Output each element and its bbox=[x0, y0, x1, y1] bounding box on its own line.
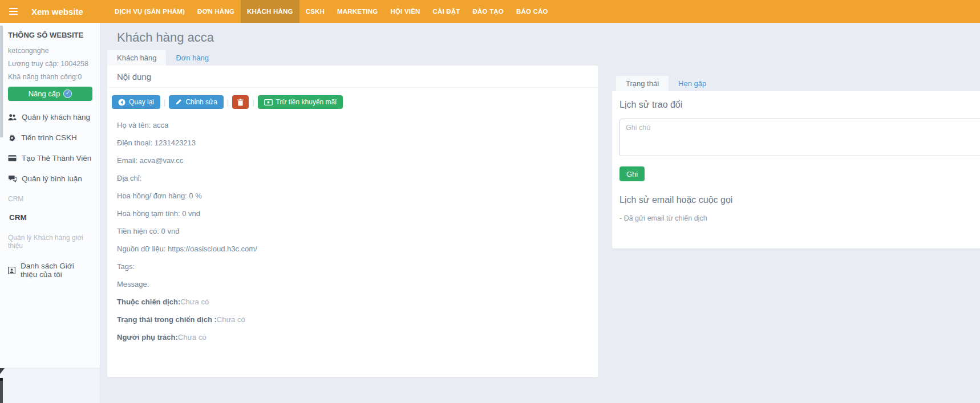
content-panel: Nội dung Quay lại | bbox=[107, 66, 598, 377]
main-nav: DỊCH VỤ (SẢN PHẨM) ĐƠN HÀNG KHÁCH HÀNG C… bbox=[108, 0, 554, 23]
sidebar-item-label: Tạo Thẻ Thành Viên bbox=[22, 154, 91, 162]
sidebar-card: THÔNG SỐ WEBSITE ketcongnghe Lượng truy … bbox=[0, 23, 100, 368]
id-card-icon bbox=[8, 267, 15, 274]
sidebar-item-label: Quản lý khách hàng bbox=[22, 113, 90, 121]
panel-title: Nội dung bbox=[107, 66, 598, 88]
field-message: Message: bbox=[117, 280, 593, 288]
upgrade-button[interactable]: Nâng cấp ✓ bbox=[8, 87, 92, 101]
field-nguoi-phu-trach: Người phụ trách:Chưa có bbox=[117, 333, 593, 341]
card-icon bbox=[8, 154, 17, 162]
sidebar: THÔNG SỐ WEBSITE ketcongnghe Lượng truy … bbox=[0, 23, 100, 403]
screen: Xem website DỊCH VỤ (SẢN PHẨM) ĐƠN HÀNG … bbox=[0, 0, 980, 403]
nav-item-bao-cao[interactable]: BÁO CÁO bbox=[510, 0, 554, 23]
sidebar-item-label: Tiến trình CSKH bbox=[21, 133, 77, 142]
banknote-icon bbox=[264, 99, 273, 105]
back-button[interactable]: Quay lại bbox=[112, 95, 160, 109]
customer-fields: Họ và tên: acca Điện thoại: 1231423213 E… bbox=[117, 121, 593, 341]
comments-icon bbox=[8, 175, 17, 182]
nav-item-khach-hang[interactable]: KHÁCH HÀNG bbox=[241, 0, 299, 23]
tab-don-hang[interactable]: Đơn hàng bbox=[166, 50, 218, 66]
field-thuoc-chien-dich: Thuộc chiến dịch:Chưa có bbox=[117, 298, 593, 306]
delete-button[interactable] bbox=[232, 95, 249, 109]
sidebar-item-label: Danh sách Giới thiệu của tôi bbox=[21, 262, 92, 279]
nav-item-dao-tao[interactable]: ĐÀO TẠO bbox=[467, 0, 510, 23]
status-panel: Trạng thái Hẹn gặp Lịch sử trao đổi Ghi … bbox=[612, 76, 980, 249]
sidebar-item-crm[interactable]: CRM bbox=[9, 213, 92, 222]
note-input[interactable] bbox=[619, 119, 980, 156]
sidebar-item-quan-ly-khach-hang[interactable]: Quản lý khách hàng bbox=[8, 113, 92, 121]
hamburger-menu-icon[interactable] bbox=[9, 8, 18, 15]
main-content: Khách hàng acca Khách hàng Đơn hàng Nội … bbox=[100, 23, 598, 377]
cursor-artifact bbox=[0, 368, 5, 374]
sidebar-item-danh-sach-gioi-thieu[interactable]: Danh sách Giới thiệu của tôi bbox=[8, 262, 92, 279]
exchange-history-title: Lịch sử trao đổi bbox=[619, 100, 980, 110]
action-buttons: Quay lại | Chỉnh sửa | bbox=[112, 95, 593, 109]
email-history-entry: - Đã gửi email từ chiến dịch bbox=[619, 214, 980, 222]
tab-hen-gap[interactable]: Hẹn gặp bbox=[669, 76, 716, 91]
pencil-icon bbox=[175, 99, 182, 105]
nav-item-dich-vu[interactable]: DỊCH VỤ (SẢN PHẨM) bbox=[108, 0, 191, 23]
button-separator: | bbox=[252, 98, 254, 107]
back-button-label: Quay lại bbox=[129, 98, 154, 106]
trash-icon bbox=[237, 99, 244, 106]
sidebar-item-tien-trinh-cskh[interactable]: Tiến trình CSKH bbox=[8, 133, 92, 142]
visit-count: Lượng truy cập: 1004258 bbox=[8, 60, 92, 68]
scrollbar-thumb-artifact[interactable] bbox=[0, 378, 3, 403]
sidebar-item-quan-ly-binh-luan[interactable]: Quản lý bình luận bbox=[8, 174, 92, 183]
field-hoa-hong-tam-tinh: Hoa hồng tạm tính: 0 vnd bbox=[117, 210, 593, 217]
tab-khach-hang[interactable]: Khách hàng bbox=[107, 50, 166, 66]
nav-item-cai-dat[interactable]: CÀI ĐẶT bbox=[427, 0, 467, 23]
field-trang-thai-chien-dich: Trạng thái trong chiến dịch :Chưa có bbox=[117, 316, 593, 323]
save-note-button[interactable]: Ghi bbox=[619, 166, 645, 181]
deduct-button-label: Trừ tiền khuyến mãi bbox=[276, 98, 337, 106]
edit-button[interactable]: Chỉnh sửa bbox=[169, 95, 223, 109]
field-hoa-hong-don-hang: Hoa hồng/ đơn hàng: 0 % bbox=[117, 192, 593, 200]
users-icon bbox=[8, 113, 17, 121]
button-separator: | bbox=[164, 98, 165, 107]
page-title: Khách hàng acca bbox=[117, 30, 598, 45]
nav-item-cskh[interactable]: CSKH bbox=[299, 0, 331, 23]
site-name: ketcongnghe bbox=[8, 47, 92, 55]
status-tabs: Trạng thái Hẹn gặp bbox=[616, 76, 980, 91]
sidebar-item-tao-the-thanh-vien[interactable]: Tạo Thẻ Thành Viên bbox=[8, 154, 92, 162]
field-ho-va-ten: Họ và tên: acca bbox=[117, 121, 593, 129]
upgrade-button-label: Nâng cấp bbox=[29, 89, 60, 98]
field-nguon-du-lieu: Nguồn dữ liệu: https://oasiscloud.h3c.co… bbox=[117, 245, 593, 253]
nav-item-marketing[interactable]: MARKETING bbox=[331, 0, 384, 23]
referral-section-label: Quản lý Khách hàng giới thiệu bbox=[8, 234, 92, 250]
field-email: Email: acva@vav.cc bbox=[117, 157, 593, 164]
gear-icon bbox=[8, 134, 16, 142]
tab-trang-thai[interactable]: Trạng thái bbox=[616, 76, 669, 91]
panel-body: Quay lại | Chỉnh sửa | bbox=[107, 88, 598, 341]
field-dia-chi: Địa chỉ: bbox=[117, 174, 593, 182]
edit-button-label: Chỉnh sửa bbox=[185, 98, 217, 106]
nav-item-hoi-vien[interactable]: HỘI VIÊN bbox=[384, 0, 426, 23]
sidebar-item-label: Quản lý bình luận bbox=[22, 174, 82, 183]
status-panel-card: Lịch sử trao đổi Ghi Lịch sử email hoặc … bbox=[612, 91, 980, 249]
field-tien-hien-co: Tiền hiện có: 0 vnđ bbox=[117, 227, 593, 235]
field-dien-thoai: Điện thoại: 1231423213 bbox=[117, 139, 593, 146]
crm-section-label: CRM bbox=[8, 195, 92, 203]
circle-arrow-left-icon bbox=[118, 99, 125, 106]
top-navbar: Xem website DỊCH VỤ (SẢN PHẨM) ĐƠN HÀNG … bbox=[0, 0, 980, 23]
main-tabs: Khách hàng Đơn hàng bbox=[107, 50, 598, 66]
nav-item-don-hang[interactable]: ĐƠN HÀNG bbox=[191, 0, 241, 23]
success-rate: Khả năng thành công:0 bbox=[8, 73, 92, 81]
email-history-title: Lịch sử email hoặc cuộc gọi bbox=[619, 195, 980, 205]
scrollbar-track-artifact bbox=[0, 26, 3, 137]
field-tags: Tags: bbox=[117, 263, 593, 270]
button-separator: | bbox=[227, 98, 229, 107]
deduct-promo-button[interactable]: Trừ tiền khuyến mãi bbox=[258, 95, 343, 109]
sidebar-section-title: THÔNG SỐ WEBSITE bbox=[8, 31, 92, 39]
check-circle-icon: ✓ bbox=[63, 89, 72, 98]
view-website-link[interactable]: Xem website bbox=[31, 7, 83, 17]
